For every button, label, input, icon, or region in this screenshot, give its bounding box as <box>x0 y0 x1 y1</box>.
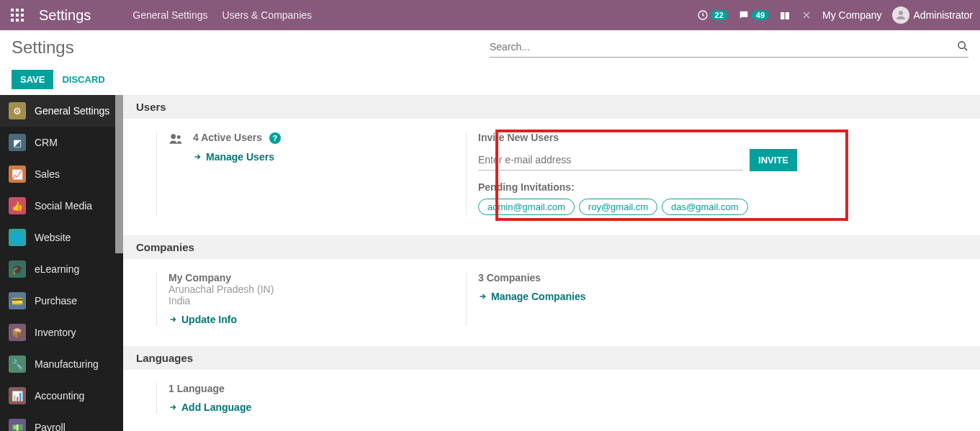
timer-badge: 22 <box>711 10 728 20</box>
tools-icon[interactable] <box>801 9 812 21</box>
sidebar-icon: 📦 <box>9 324 26 341</box>
sidebar-item-sales[interactable]: 📈Sales <box>0 158 123 190</box>
sidebar-item-label: Payroll <box>35 422 66 431</box>
sidebar-item-label: Website <box>35 232 71 243</box>
sidebar-item-label: Purchase <box>35 295 77 307</box>
manage-users-label: Manage Users <box>206 151 274 163</box>
sidebar-item-general-settings[interactable]: ⚙General Settings <box>0 95 123 127</box>
user-name: Administrator <box>914 9 973 21</box>
section-header-companies: Companies <box>123 235 980 259</box>
sidebar-item-social-media[interactable]: 👍Social Media <box>0 190 123 222</box>
action-bar: SAVE DISCARD <box>0 64 980 95</box>
sidebar-item-label: CRM <box>35 137 58 148</box>
apps-menu-button[interactable] <box>0 0 35 30</box>
sidebar-item-label: Manufacturing <box>35 358 99 370</box>
sidebar-item-accounting[interactable]: 📊Accounting <box>0 380 123 412</box>
add-language-link[interactable]: Add Language <box>168 401 251 413</box>
pending-invite-tag[interactable]: roy@gmail.cm <box>579 199 657 215</box>
sidebar-item-payroll[interactable]: 💵Payroll <box>0 412 123 431</box>
messages-badge: 49 <box>752 10 769 20</box>
companies-count: 3 Companies <box>478 272 797 283</box>
sidebar-item-website[interactable]: 🌐Website <box>0 222 123 253</box>
save-button[interactable]: SAVE <box>12 70 53 89</box>
sidebar-item-label: Accounting <box>35 390 84 401</box>
sidebar-item-label: Inventory <box>35 327 76 338</box>
settings-sidebar: ⚙General Settings◩CRM📈Sales👍Social Media… <box>0 95 123 431</box>
search-input[interactable] <box>490 41 957 53</box>
pending-invitations-label: Pending Invitations: <box>478 181 797 193</box>
search-container <box>490 37 968 58</box>
sidebar-item-inventory[interactable]: 📦Inventory <box>0 317 123 348</box>
manage-users-link[interactable]: Manage Users <box>193 151 274 163</box>
sidebar-icon: 🌐 <box>9 229 26 246</box>
pending-invite-tag[interactable]: das@gmail.com <box>662 199 747 215</box>
clock-icon <box>697 9 709 21</box>
sidebar-item-label: Sales <box>35 168 60 180</box>
invite-email-input[interactable] <box>478 150 742 171</box>
companies-right-col: 3 Companies Manage Companies <box>466 272 797 326</box>
users-left-col: 4 Active Users ? Manage Users <box>156 132 466 215</box>
user-menu[interactable]: Administrator <box>892 6 973 24</box>
chat-icon <box>738 9 750 21</box>
company-name: My Company <box>168 272 466 283</box>
sidebar-item-crm[interactable]: ◩CRM <box>0 127 123 158</box>
subbar: Settings <box>0 30 980 64</box>
main-area: ⚙General Settings◩CRM📈Sales👍Social Media… <box>0 95 980 431</box>
add-language-label: Add Language <box>181 401 251 413</box>
manage-companies-link[interactable]: Manage Companies <box>478 291 585 302</box>
sidebar-icon: 👍 <box>9 197 26 214</box>
svg-point-4 <box>899 11 903 15</box>
sidebar-item-label: Social Media <box>35 200 92 212</box>
settings-content: Users 4 Active Users ? Manage Users Invi… <box>123 95 980 431</box>
sidebar-item-manufacturing[interactable]: 🔧Manufacturing <box>0 348 123 380</box>
arrow-right-icon <box>193 153 202 161</box>
svg-point-5 <box>958 42 965 48</box>
arrow-right-icon <box>168 403 177 412</box>
sidebar-item-purchase[interactable]: 💳Purchase <box>0 285 123 317</box>
update-info-link[interactable]: Update Info <box>168 314 237 325</box>
sidebar-item-label: General Settings <box>35 105 109 117</box>
section-header-users: Users <box>123 95 980 119</box>
users-right-col: Invite New Users INVITE Pending Invitati… <box>466 132 797 215</box>
messages-indicator[interactable]: 49 <box>738 9 769 21</box>
sidebar-icon: ⚙ <box>9 102 26 119</box>
info-icon[interactable]: ? <box>269 132 281 144</box>
company-address-1: Arunachal Pradesh (IN) <box>168 283 466 295</box>
discard-button[interactable]: DISCARD <box>62 74 104 85</box>
active-users-count: 4 Active Users <box>193 132 262 143</box>
sidebar-icon: 🔧 <box>9 355 26 373</box>
users-icon <box>168 132 183 215</box>
update-info-label: Update Info <box>181 314 237 325</box>
nav-users-companies[interactable]: Users & Companies <box>215 9 320 21</box>
sidebar-icon: 📈 <box>9 165 26 183</box>
sidebar-icon: 📊 <box>9 387 26 404</box>
svg-rect-3 <box>784 12 785 19</box>
svg-point-6 <box>171 134 176 139</box>
sidebar-item-elearning[interactable]: 🎓eLearning <box>0 253 123 285</box>
nav-general-settings[interactable]: General Settings <box>125 9 215 21</box>
invite-button[interactable]: INVITE <box>750 149 797 171</box>
company-address-2: India <box>168 295 466 307</box>
section-header-languages: Languages <box>123 346 980 370</box>
arrow-right-icon <box>168 315 177 324</box>
languages-left-col: 1 Language Add Language <box>156 383 466 414</box>
sidebar-icon: ◩ <box>9 134 26 151</box>
invite-title: Invite New Users <box>478 132 797 143</box>
pending-invitations-list: admin@gmail.comroy@gmail.cmdas@gmail.com <box>478 199 797 215</box>
companies-left-col: My Company Arunachal Pradesh (IN) India … <box>156 272 466 326</box>
svg-point-7 <box>177 135 181 139</box>
languages-count: 1 Language <box>168 383 466 394</box>
company-switcher[interactable]: My Company <box>822 9 881 21</box>
pending-invite-tag[interactable]: admin@gmail.com <box>478 199 575 215</box>
sidebar-item-label: eLearning <box>35 263 79 275</box>
gift-icon[interactable] <box>779 9 791 21</box>
sidebar-scrollbar[interactable] <box>115 95 123 253</box>
page-title: Settings <box>12 37 74 58</box>
topbar-right: 22 49 My Company Administrator <box>697 6 973 24</box>
sidebar-icon: 💵 <box>9 419 26 431</box>
manage-companies-label: Manage Companies <box>491 291 585 302</box>
timer-indicator[interactable]: 22 <box>697 9 728 21</box>
search-icon[interactable] <box>957 40 968 54</box>
sidebar-icon: 💳 <box>9 292 26 309</box>
app-title: Settings <box>39 7 91 24</box>
